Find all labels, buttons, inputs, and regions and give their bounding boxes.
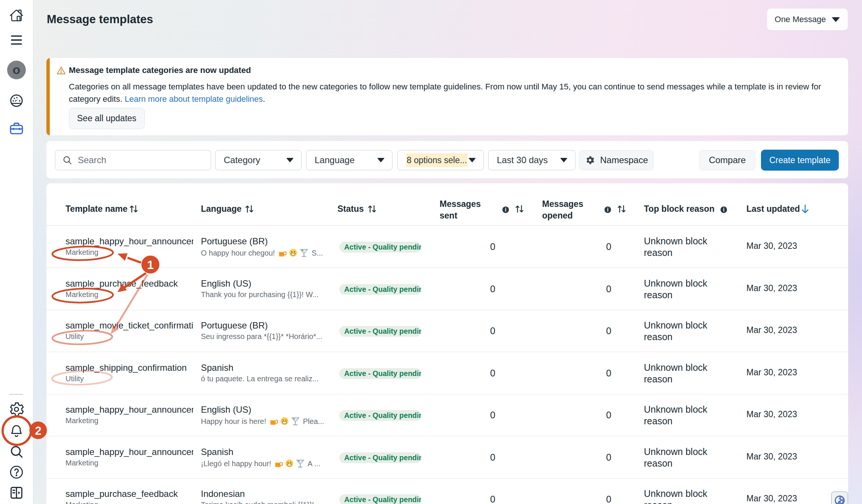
svg-text:2: 2 [35,424,41,437]
